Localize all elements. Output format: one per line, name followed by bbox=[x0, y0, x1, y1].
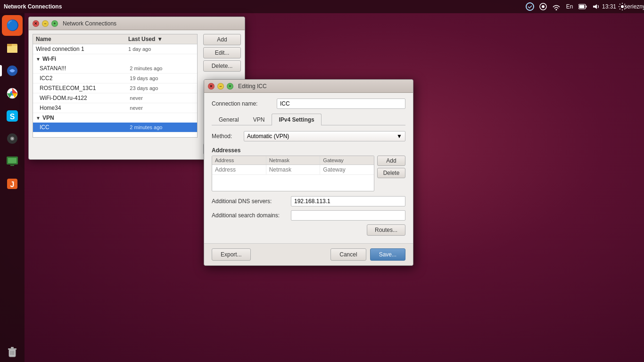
svg-rect-22 bbox=[10, 165, 14, 166]
nc-list-area: Name Last Used ▼ Wired connection 1 1 da… bbox=[33, 34, 198, 141]
addr-body bbox=[212, 165, 374, 191]
connection-name-input[interactable] bbox=[277, 99, 405, 109]
sidebar-item-qbittorrent[interactable] bbox=[2, 60, 23, 81]
svg-text:J: J bbox=[10, 181, 15, 189]
addr-col-gateway: Gateway bbox=[320, 156, 374, 165]
cancel-button[interactable]: Cancel bbox=[330, 248, 366, 261]
nc-wired-row[interactable]: Wired connection 1 1 day ago bbox=[33, 44, 197, 54]
sidebar-item-media[interactable] bbox=[2, 128, 23, 149]
addr-area-row: Address Netmask Gateway bbox=[212, 156, 405, 191]
sidebar-item-trash[interactable] bbox=[2, 341, 23, 362]
nc-edit-button[interactable]: Edit... bbox=[203, 47, 241, 58]
nc-delete-button[interactable]: Delete... bbox=[203, 60, 241, 72]
svg-rect-10 bbox=[7, 46, 17, 53]
search-domains-label: Additional search domains: bbox=[212, 212, 287, 219]
nc-wifi-section: ▼ Wi-Fi bbox=[33, 54, 197, 64]
nc-list-header: Name Last Used ▼ bbox=[33, 34, 197, 44]
edit-close-btn[interactable]: ✕ bbox=[208, 83, 215, 90]
edit-minimize-btn[interactable]: − bbox=[217, 83, 224, 90]
nc-add-button[interactable]: Add bbox=[203, 34, 241, 45]
routes-button[interactable]: Routes... bbox=[367, 224, 405, 236]
nc-titlebar: ✕ − + Network Connections bbox=[29, 17, 245, 30]
svg-rect-26 bbox=[8, 348, 17, 350]
method-row: Method: Automatic (VPN) ▼ bbox=[212, 131, 405, 141]
nc-vpn-icc[interactable]: ICC 2 minutes ago bbox=[33, 123, 197, 132]
method-dropdown-arrow: ▼ bbox=[396, 133, 402, 140]
nc-window-title: Network Connections bbox=[63, 20, 116, 27]
clock[interactable]: 13:31 bbox=[604, 2, 614, 11]
nc-minimize-btn[interactable]: − bbox=[42, 20, 49, 27]
addr-cell-address[interactable] bbox=[212, 165, 266, 174]
svg-rect-21 bbox=[8, 158, 17, 163]
addresses-table: Address Netmask Gateway bbox=[212, 156, 374, 191]
dns-input[interactable] bbox=[291, 196, 405, 206]
dns-label: Additional DNS servers: bbox=[212, 198, 287, 205]
svg-point-8 bbox=[621, 5, 624, 8]
method-select[interactable]: Automatic (VPN) ▼ bbox=[244, 131, 405, 141]
nc-wifi-icc2[interactable]: ICC2 19 days ago bbox=[33, 74, 197, 83]
nc-col-last: Last Used ▼ bbox=[128, 36, 194, 42]
sidebar-item-remote[interactable] bbox=[2, 151, 23, 172]
tab-general[interactable]: General bbox=[212, 114, 246, 125]
network-tray-icon[interactable] bbox=[552, 2, 561, 11]
addr-col-netmask: Netmask bbox=[266, 156, 321, 165]
sidebar-ubuntu-logo[interactable]: 🔵 bbox=[2, 15, 23, 36]
export-button[interactable]: Export... bbox=[212, 248, 251, 261]
addr-empty-row bbox=[212, 165, 374, 175]
addr-cell-netmask[interactable] bbox=[266, 165, 321, 174]
nc-close-btn[interactable]: ✕ bbox=[33, 20, 39, 27]
nc-col-name: Name bbox=[36, 36, 128, 42]
addresses-label: Addresses bbox=[212, 147, 405, 154]
sidebar-item-j[interactable]: J bbox=[2, 173, 23, 194]
vpn-arrow: ▼ bbox=[36, 115, 41, 121]
sidebar-item-chrome[interactable] bbox=[2, 83, 23, 104]
nc-wifi-dom[interactable]: WiFi-DOM.ru-4122 never bbox=[33, 93, 197, 103]
svg-text:S: S bbox=[10, 113, 15, 121]
save-button[interactable]: Save... bbox=[370, 248, 405, 261]
edit-footer: Export... Cancel Save... bbox=[204, 243, 413, 265]
svg-rect-6 bbox=[579, 5, 585, 8]
tab-ipv4[interactable]: IPv4 Settings bbox=[272, 114, 321, 125]
svg-point-0 bbox=[526, 3, 534, 10]
volume-icon[interactable] bbox=[591, 2, 601, 11]
addr-add-button[interactable]: Add bbox=[377, 156, 405, 166]
addr-input-gateway[interactable] bbox=[323, 166, 371, 173]
nc-wifi-satana[interactable]: SATANA!!! 2 minutes ago bbox=[33, 64, 197, 74]
sidebar-item-files[interactable] bbox=[2, 38, 23, 58]
nc-wifi-rostelecom[interactable]: ROSTELECOM_13C1 23 days ago bbox=[33, 83, 197, 93]
edit-maximize-btn[interactable]: + bbox=[227, 83, 233, 90]
addr-cell-gateway[interactable] bbox=[320, 165, 374, 174]
svg-point-19 bbox=[12, 138, 13, 140]
search-domains-input[interactable] bbox=[291, 210, 405, 221]
svg-point-2 bbox=[542, 5, 545, 8]
nc-maximize-btn[interactable]: + bbox=[51, 20, 58, 27]
edit-titlebar: ✕ − + Editing ICC bbox=[204, 80, 413, 93]
addr-side-btns: Add Delete bbox=[377, 156, 405, 178]
search-domains-row: Additional search domains: bbox=[212, 210, 405, 221]
tab-vpn[interactable]: VPN bbox=[246, 114, 272, 125]
svg-rect-27 bbox=[11, 347, 14, 348]
addr-input-netmask[interactable] bbox=[269, 166, 317, 173]
nc-wired-last: 1 day ago bbox=[128, 46, 194, 52]
editing-icc-window: ✕ − + Editing ICC Connection name: Gener… bbox=[204, 79, 413, 266]
sidebar-item-skype[interactable]: S bbox=[2, 106, 23, 126]
nc-list-container: Name Last Used ▼ Wired connection 1 1 da… bbox=[33, 34, 198, 138]
chrome-tray-icon[interactable] bbox=[538, 2, 548, 11]
addr-input-address[interactable] bbox=[215, 166, 263, 173]
svg-rect-5 bbox=[586, 6, 587, 8]
top-panel: Network Connections En 13:31 bbox=[0, 0, 644, 13]
qbittorrent-tray-icon[interactable] bbox=[525, 2, 535, 11]
username[interactable]: serieznyi bbox=[631, 2, 640, 11]
tabs-row: General VPN IPv4 Settings bbox=[212, 114, 405, 125]
edit-body: Connection name: General VPN IPv4 Settin… bbox=[204, 93, 413, 243]
addr-header: Address Netmask Gateway bbox=[212, 156, 374, 165]
addresses-section: Addresses Address Netmask Gateway bbox=[212, 147, 405, 191]
keyboard-layout[interactable]: En bbox=[565, 2, 574, 11]
addr-delete-button[interactable]: Delete bbox=[377, 168, 405, 178]
svg-marker-7 bbox=[593, 4, 597, 9]
nc-vpn-section: ▼ VPN bbox=[33, 113, 197, 123]
edit-window-title: Editing ICC bbox=[238, 83, 267, 90]
nc-wired-name: Wired connection 1 bbox=[36, 46, 128, 52]
nc-wifi-home34[interactable]: Home34 never bbox=[33, 103, 197, 113]
battery-icon[interactable] bbox=[578, 2, 587, 11]
